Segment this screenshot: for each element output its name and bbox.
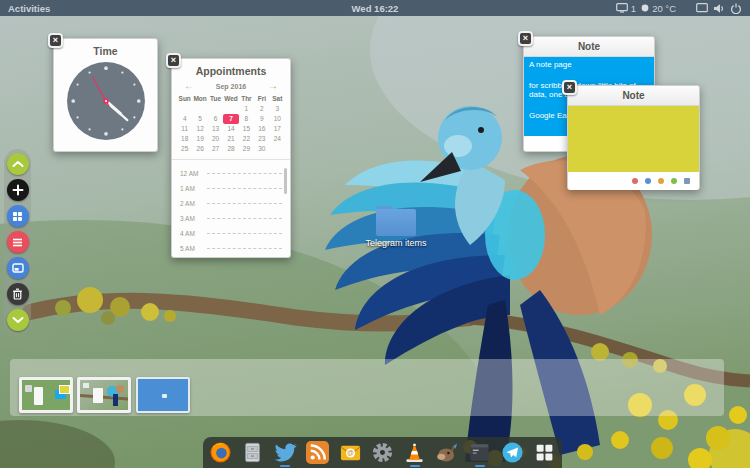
speaker-icon[interactable] [713, 3, 725, 14]
calendar-day[interactable]: 15 [239, 124, 254, 134]
dock-item-gimp[interactable] [432, 437, 462, 468]
scroll-up-button[interactable] [7, 153, 29, 175]
calendar-day[interactable]: 4 [177, 114, 192, 124]
add-widget-button[interactable] [7, 179, 29, 201]
calendar-day[interactable]: 24 [270, 134, 285, 144]
calendar-day[interactable]: 18 [177, 134, 192, 144]
widget-window-button[interactable] [7, 257, 29, 279]
prev-month-arrow[interactable]: ← [184, 81, 194, 91]
dock-item-twitter[interactable] [270, 437, 300, 468]
display-indicator[interactable]: 1 [616, 3, 636, 14]
calendar-day[interactable]: 20 [208, 134, 223, 144]
top-bar: Activities Wed 16:22 1 20 °C [0, 0, 750, 16]
calendar-day[interactable]: 1 [239, 104, 254, 114]
weather-indicator[interactable]: 20 °C [641, 3, 676, 14]
calendar-day[interactable]: 11 [177, 124, 192, 134]
note-color-dot[interactable] [671, 178, 677, 184]
agenda-time-label: 12 AM [180, 170, 204, 177]
note-color-dot[interactable] [632, 178, 638, 184]
temperature-label: 20 °C [652, 3, 676, 14]
widget-grid-button[interactable] [7, 205, 29, 227]
calendar-day[interactable]: 2 [254, 104, 269, 114]
window-icon [12, 263, 24, 273]
close-icon[interactable]: × [48, 33, 63, 48]
calendar-day[interactable]: 25 [177, 144, 192, 154]
calendar-day[interactable]: 27 [208, 144, 223, 154]
dock-item-vlc[interactable] [400, 437, 430, 468]
screenlet-dock [4, 149, 31, 335]
dock-item-telegram[interactable] [497, 437, 527, 468]
agenda-time-label: 1 AM [180, 185, 204, 192]
calendar-day[interactable]: 3 [270, 104, 285, 114]
close-icon[interactable]: × [518, 31, 533, 46]
workspace-thumbnail-1[interactable] [19, 377, 73, 413]
yellow-note-body[interactable] [568, 106, 699, 172]
agenda-row[interactable]: 1 AM [180, 181, 282, 196]
agenda-row[interactable]: 2 AM [180, 196, 282, 211]
appointments-title: Appointments [172, 59, 290, 77]
agenda-scrollbar[interactable] [284, 168, 288, 194]
display-count: 1 [631, 3, 636, 14]
calendar-day[interactable]: 14 [223, 124, 238, 134]
running-indicator [280, 465, 290, 467]
agenda-line [207, 188, 282, 189]
calendar-day[interactable]: 12 [192, 124, 207, 134]
calendar-day[interactable]: 28 [223, 144, 238, 154]
folder-icon [376, 206, 416, 236]
calendar-day[interactable]: 7 [223, 114, 238, 124]
dock-item-firefox[interactable] [205, 437, 235, 468]
dock-item-settings[interactable] [367, 437, 397, 468]
mini-icon [162, 394, 167, 398]
display-icon [616, 3, 628, 13]
mini-yellow-note [59, 385, 70, 394]
agenda-row[interactable]: 4 AM [180, 226, 282, 241]
mini-branch [80, 394, 131, 401]
close-icon[interactable]: × [562, 80, 577, 95]
calendar-day[interactable]: 5 [192, 114, 207, 124]
calendar-day[interactable]: 22 [239, 134, 254, 144]
folder-telegram-items[interactable]: Telegram items [358, 206, 434, 248]
calendar-day[interactable]: 19 [192, 134, 207, 144]
dock-item-email[interactable]: @ [335, 437, 365, 468]
note-color-square[interactable] [684, 178, 690, 184]
dock-item-terminal[interactable] [465, 437, 495, 468]
agenda-row[interactable]: 5 AM [180, 241, 282, 256]
calendar-day[interactable]: 8 [239, 114, 254, 124]
workspace-thumbnail-3[interactable] [136, 377, 190, 413]
calendar-day[interactable]: 30 [254, 144, 269, 154]
calendar-day[interactable]: 26 [192, 144, 207, 154]
calendar-day[interactable]: 16 [254, 124, 269, 134]
app-grid-icon [534, 442, 555, 463]
note-color-dot[interactable] [658, 178, 664, 184]
activities-button[interactable]: Activities [0, 3, 50, 14]
calendar-day[interactable]: 29 [239, 144, 254, 154]
calendar-day[interactable]: 6 [208, 114, 223, 124]
workspace-thumbnail-2[interactable] [77, 377, 131, 413]
dock-item-file-manager[interactable] [238, 437, 268, 468]
window-tray-icon[interactable] [696, 3, 708, 13]
power-icon[interactable] [730, 3, 742, 14]
terminal-icon [468, 441, 491, 464]
dock-item-app-grid[interactable] [529, 437, 559, 468]
trash-button[interactable] [7, 283, 29, 305]
scroll-down-button[interactable] [7, 309, 29, 331]
svg-text:@: @ [347, 449, 354, 456]
calendar-day[interactable]: 21 [223, 134, 238, 144]
calendar-day[interactable]: 10 [270, 114, 285, 124]
calendar-day[interactable]: 13 [208, 124, 223, 134]
calendar-day[interactable]: 17 [270, 124, 285, 134]
agenda-time-label: 2 AM [180, 200, 204, 207]
next-month-arrow[interactable]: → [268, 81, 278, 91]
widget-menu-button[interactable] [7, 231, 29, 253]
dock-item-rss[interactable] [303, 437, 333, 468]
calendar-day[interactable]: 23 [254, 134, 269, 144]
agenda-row[interactable]: 12 AM [180, 166, 282, 181]
agenda: 12 AM1 AM2 AM3 AM4 AM5 AM [172, 159, 290, 256]
chevron-down-icon [12, 316, 24, 324]
agenda-list: 12 AM1 AM2 AM3 AM4 AM5 AM [180, 166, 282, 256]
agenda-line [207, 233, 282, 234]
agenda-row[interactable]: 3 AM [180, 211, 282, 226]
calendar-day[interactable]: 9 [254, 114, 269, 124]
close-icon[interactable]: × [166, 53, 181, 68]
note-color-dot[interactable] [645, 178, 651, 184]
